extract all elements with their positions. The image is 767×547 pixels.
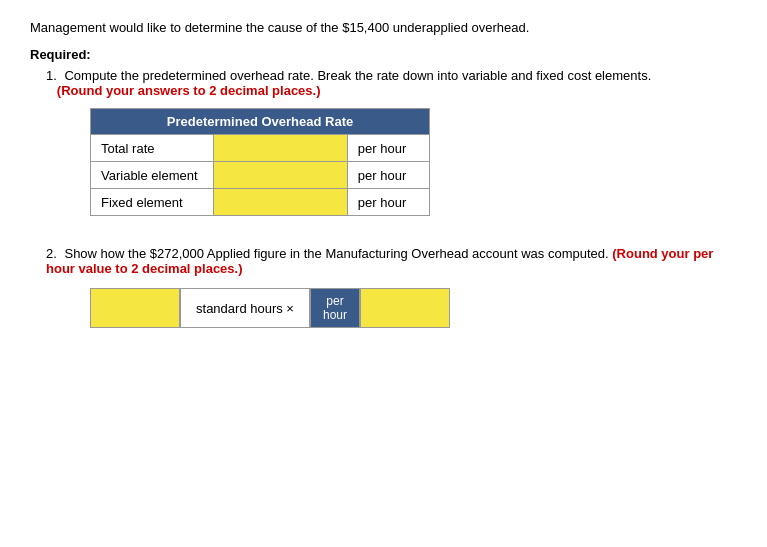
variable-element-unit: per hour <box>347 162 429 189</box>
table-row-fixed: Fixed element per hour <box>91 189 430 216</box>
table-header: Predetermined Overhead Rate <box>91 109 430 135</box>
variable-element-input[interactable] <box>214 162 347 188</box>
fixed-element-input-cell[interactable] <box>214 189 348 216</box>
applied-input1[interactable] <box>91 289 179 327</box>
total-rate-input[interactable] <box>214 135 347 161</box>
total-rate-unit: per hour <box>347 135 429 162</box>
intro-text: Management would like to determine the c… <box>30 20 737 35</box>
applied-input1-cell[interactable] <box>90 288 180 328</box>
question1-note: (Round your answers to 2 decimal places.… <box>57 83 321 98</box>
overhead-table: Predetermined Overhead Rate Total rate p… <box>90 108 430 216</box>
applied-result-input[interactable] <box>361 289 449 327</box>
overhead-table-container: Predetermined Overhead Rate Total rate p… <box>90 108 737 216</box>
question2-main-text: Show how the $272,000 Applied figure in … <box>64 246 608 261</box>
question1-number: 1. <box>46 68 57 83</box>
table-row-variable: Variable element per hour <box>91 162 430 189</box>
question2-number: 2. <box>46 246 57 261</box>
applied-result-cell[interactable] <box>360 288 450 328</box>
per-hour-label: per hour <box>310 288 360 328</box>
question1-main-text: Compute the predetermined overhead rate.… <box>64 68 651 83</box>
question1-text: 1. Compute the predetermined overhead ra… <box>46 68 737 98</box>
total-rate-input-cell[interactable] <box>214 135 348 162</box>
table-row-total: Total rate per hour <box>91 135 430 162</box>
question-2: 2. Show how the $272,000 Applied figure … <box>30 246 737 328</box>
applied-row: standard hours × per hour <box>90 288 737 328</box>
fixed-element-unit: per hour <box>347 189 429 216</box>
total-rate-label: Total rate <box>91 135 214 162</box>
fixed-element-label: Fixed element <box>91 189 214 216</box>
variable-element-input-cell[interactable] <box>214 162 348 189</box>
question2-text: 2. Show how the $272,000 Applied figure … <box>46 246 737 276</box>
required-label: Required: <box>30 47 737 62</box>
question-1: 1. Compute the predetermined overhead ra… <box>30 68 737 216</box>
standard-hours-label: standard hours × <box>180 288 310 328</box>
variable-element-label: Variable element <box>91 162 214 189</box>
fixed-element-input[interactable] <box>214 189 347 215</box>
